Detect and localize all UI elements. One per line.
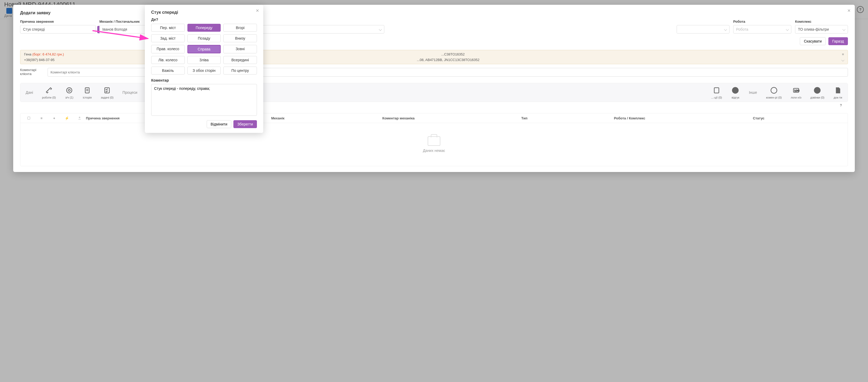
tab-parts-label: з/ч (1) <box>65 96 73 99</box>
tab-works[interactable]: роботи (0) <box>42 86 56 99</box>
disc-icon <box>65 86 74 95</box>
comment-textarea[interactable] <box>151 84 257 116</box>
table-empty: Даних немає <box>20 123 848 166</box>
location-option[interactable]: Внизу <box>223 34 257 42</box>
client-debt: (борг: 6 474,82 грн.) <box>32 52 64 56</box>
tab-comments-label: комен-рі (0) <box>766 96 782 99</box>
close-icon[interactable] <box>847 8 851 13</box>
svg-rect-11 <box>714 88 719 93</box>
history-icon <box>83 86 92 95</box>
location-option[interactable]: Зовні <box>223 45 257 53</box>
mechanic-value: Іванов Володя <box>102 27 127 31</box>
bolt-icon[interactable]: ⚡ <box>61 116 73 120</box>
complex-select[interactable]: ТО олива-фільтри <box>795 25 848 34</box>
client-comments-label: Коментарі клієнта <box>20 68 44 76</box>
location-option[interactable]: Вгорі <box>223 24 257 32</box>
phone-icon <box>813 86 822 95</box>
tab-calls[interactable]: дзвінки (0) <box>810 86 825 99</box>
client-codes: ...08, AB4712BB, JN1CC13C38TO16352 <box>417 58 479 62</box>
reason-input[interactable] <box>20 25 96 34</box>
location-option[interactable]: Важіль <box>151 67 185 74</box>
tab-history[interactable]: історія <box>83 86 92 99</box>
save-button[interactable]: Зберегти <box>234 120 257 128</box>
log-icon: LOG <box>792 86 801 95</box>
location-option[interactable]: З обох сторін <box>187 67 221 74</box>
ok-button[interactable]: Гаразд <box>828 37 848 45</box>
thumb-icon <box>731 86 740 95</box>
location-option[interactable]: Позаду <box>187 34 221 42</box>
location-option[interactable]: Лів. колесо <box>151 56 185 64</box>
header-type: Тип <box>521 116 614 120</box>
chevron-down-icon[interactable] <box>841 58 844 61</box>
tab-logs[interactable]: LOG логи н/з <box>791 86 801 99</box>
tab-review-label: відгук <box>732 96 739 99</box>
client-phone: +38(097) 846-37-95 <box>24 58 55 62</box>
location-option[interactable]: Прав. колесо <box>151 45 185 53</box>
tab-recs[interactable]: ...-ції (0) <box>711 86 722 99</box>
modal-title: Додати заявку <box>20 10 848 15</box>
svg-point-16 <box>814 87 821 94</box>
header-status: Статус <box>753 116 846 120</box>
chevron-down-icon <box>724 28 727 31</box>
chevron-down-icon <box>379 28 382 31</box>
tab-history-label: історія <box>83 96 92 99</box>
location-option[interactable]: Зад. міст <box>151 34 185 42</box>
tab-review[interactable]: відгук <box>731 86 740 99</box>
svg-rect-9 <box>105 88 110 93</box>
close-icon[interactable] <box>255 8 259 13</box>
client-code-1: ...C38TO16352 <box>441 52 465 56</box>
work-label: Робота <box>733 20 792 24</box>
client-name: Гена <box>24 52 31 56</box>
header-work: Робота / Комплекс <box>614 116 753 120</box>
person-icon[interactable] <box>73 116 86 120</box>
location-option[interactable]: Пер. міст <box>151 24 185 32</box>
work-select[interactable]: Робота <box>733 25 792 34</box>
tab-data[interactable]: Дані <box>26 90 33 95</box>
cancel-button[interactable]: Відмінити <box>207 120 231 128</box>
question-label: Де? <box>151 18 257 22</box>
location-modal: Стук спереді Де? Пер. містПопередуВгоріЗ… <box>145 5 263 133</box>
tab-recs-label: ...-ції (0) <box>711 96 722 99</box>
empty-box-icon <box>428 136 440 146</box>
tab-calls-label: дзвінки (0) <box>810 96 825 99</box>
reason-label: Причина звернення <box>20 20 96 24</box>
comment-label: Коментар <box>151 78 257 83</box>
add-request-modal: Додати заявку Причина звернення Механік … <box>13 5 855 172</box>
chevron-down-icon <box>786 28 789 31</box>
tab-other[interactable]: Інше <box>749 90 757 95</box>
hidden-select-1[interactable] <box>677 25 730 34</box>
tab-strip: Дані роботи (0) з/ч (1) історія задачі (… <box>20 83 848 102</box>
tab-comments[interactable]: комен-рі (0) <box>766 86 782 99</box>
tab-processes[interactable]: Процеси <box>122 90 137 95</box>
empty-text: Даних немає <box>20 149 848 153</box>
doc-icon <box>833 86 842 95</box>
complex-value: ТО олива-фільтри <box>798 27 829 31</box>
checklist-icon <box>102 86 112 95</box>
help-icon[interactable]: ? <box>840 103 845 109</box>
svg-text:LOG: LOG <box>794 89 799 92</box>
menu-icon[interactable]: ≡ <box>35 116 48 120</box>
location-option[interactable]: Всередині <box>223 56 257 64</box>
svg-point-18 <box>79 117 80 118</box>
location-option[interactable]: Справа <box>187 45 221 53</box>
tab-parts[interactable]: з/ч (1) <box>65 86 74 99</box>
svg-rect-17 <box>28 117 30 119</box>
svg-point-7 <box>68 89 70 91</box>
client-info-band: Гена (борг: 6 474,82 грн.) ...C38TO16352… <box>20 50 848 64</box>
location-option[interactable]: Зліва <box>187 56 221 64</box>
plus-icon[interactable]: + <box>48 116 61 120</box>
reason-field: Причина звернення <box>20 20 96 34</box>
checkbox-header[interactable] <box>23 116 35 120</box>
tab-docs[interactable]: док-ти <box>833 86 842 99</box>
more-icon[interactable]: ≡ <box>842 52 844 56</box>
cancel-button[interactable]: Скасувати <box>800 37 826 45</box>
work-placeholder: Робота <box>736 27 748 31</box>
tab-tasks[interactable]: задачі (0) <box>101 86 114 99</box>
requests-table: ≡ + ⚡ Причина звернення Механік Коментар… <box>20 113 848 166</box>
badge-icon <box>712 86 721 95</box>
complex-label: Комплекс <box>795 20 848 24</box>
location-option[interactable]: По центру <box>223 67 257 74</box>
location-option[interactable]: Попереду <box>187 24 221 32</box>
modal-title: Стук спереді <box>151 10 257 15</box>
tab-works-label: роботи (0) <box>42 96 56 99</box>
